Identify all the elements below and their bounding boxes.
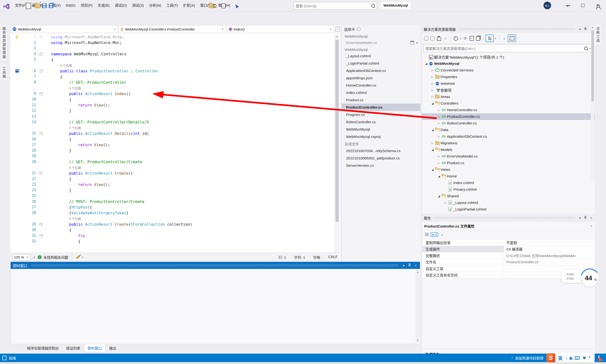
tree-expander[interactable]: ◢ bbox=[437, 195, 441, 198]
code-line[interactable]: 9public ActionResult Index() bbox=[10, 91, 334, 96]
tab-toolbox[interactable]: 工具箱 bbox=[1, 64, 7, 81]
docwell-item[interactable]: ErrorViewModel.cs× bbox=[342, 39, 420, 46]
close-icon[interactable]: × bbox=[589, 216, 593, 220]
code-line[interactable]: 6public class ProductController : Contro… bbox=[10, 68, 334, 74]
property-row[interactable]: 文件名ProductController.cs bbox=[422, 259, 594, 266]
menu-item-6[interactable]: 调试(D) bbox=[112, 0, 130, 11]
background-tasks-icon[interactable] bbox=[2, 356, 6, 360]
tree-expander[interactable]: ◢ bbox=[431, 129, 435, 131]
docwell-item[interactable]: Index.cshtml bbox=[342, 89, 420, 96]
collapse-region-icon[interactable] bbox=[40, 92, 43, 95]
tree-expander[interactable]: ◢ bbox=[424, 62, 428, 65]
notifications-button[interactable]: 2 bbox=[598, 356, 599, 360]
property-row[interactable]: 完整路径D:\C#学习\Web 应用\WebMvcMysql\WebMv bbox=[422, 252, 594, 259]
close-icon[interactable]: × bbox=[416, 41, 418, 45]
pin-icon[interactable] bbox=[583, 27, 588, 31]
sort-alphabetical-button[interactable]: A↓Z bbox=[431, 232, 438, 238]
panel-grip[interactable] bbox=[31, 264, 398, 267]
codelens-row[interactable]: 0 个引用 bbox=[10, 63, 334, 68]
tree-expander[interactable]: ▷ bbox=[431, 82, 435, 85]
docwell-item[interactable]: ApplicationDbContext.cs bbox=[342, 67, 420, 74]
immediate-window-header[interactable]: 即时窗口 ▾ × bbox=[11, 262, 420, 269]
property-row[interactable]: 复制到输出目录不复制 bbox=[422, 239, 594, 246]
code-line[interactable]: 32{ bbox=[10, 238, 334, 244]
inheritance-margin-icon[interactable] bbox=[15, 69, 19, 73]
tree-expander[interactable]: ▷ bbox=[431, 76, 435, 78]
docwell-item[interactable]: Program.cs bbox=[342, 111, 420, 118]
collapse-region-icon[interactable] bbox=[40, 69, 43, 73]
whitespace-indicator[interactable]: 空格 bbox=[313, 255, 320, 260]
code-line[interactable]: 14// GET: ProductController/Details/5 bbox=[10, 119, 334, 125]
docwell-item[interactable]: ServerVersion.cs bbox=[342, 162, 420, 169]
menu-item-7[interactable]: 测试(S) bbox=[130, 0, 147, 11]
se-refresh-button[interactable]: ⟳ bbox=[462, 35, 468, 41]
code-line[interactable]: 19 bbox=[10, 153, 334, 159]
code-cleanup-dropdown[interactable]: ▾ bbox=[82, 256, 83, 259]
line-ending-indicator[interactable]: CRLF bbox=[328, 255, 337, 260]
docwell-item[interactable]: 20221010085302_addproduct.cs bbox=[342, 155, 420, 162]
tree-item[interactable]: ▷Areas bbox=[422, 93, 595, 100]
collapse-region-icon[interactable] bbox=[40, 234, 43, 237]
keyboard-icon[interactable] bbox=[575, 356, 580, 360]
tree-expander[interactable]: ▷ bbox=[437, 155, 441, 158]
codelens-row[interactable]: 3 个引用 bbox=[10, 85, 334, 91]
panel-grip[interactable] bbox=[459, 28, 575, 30]
code-line[interactable]: 8// GET: ProductController bbox=[10, 79, 334, 85]
code-line[interactable]: 15public ActionResult Details(int id) bbox=[10, 130, 334, 136]
collapse-region-icon[interactable] bbox=[40, 172, 43, 175]
code-line[interactable]: 31try bbox=[10, 233, 334, 238]
intellisense-icon[interactable]: ᛟ bbox=[33, 255, 35, 259]
bottom-tab-即时窗口[interactable]: 即时窗口 bbox=[84, 344, 105, 352]
property-row[interactable]: 生成操作C# 编译器 bbox=[422, 246, 594, 253]
code-line[interactable]: 10{ bbox=[10, 96, 334, 102]
tree-item[interactable]: ◢WebMvcMysql bbox=[422, 60, 595, 67]
scrollbar-thumb[interactable] bbox=[336, 40, 339, 222]
code-line[interactable]: 22{ bbox=[10, 176, 334, 182]
docwell-item[interactable]: 2022101007034...ntitySchema.cs bbox=[342, 147, 420, 155]
gear-icon[interactable] bbox=[357, 27, 361, 31]
pin-icon[interactable] bbox=[407, 263, 412, 268]
panel-menu-button[interactable]: ▾ bbox=[578, 216, 582, 220]
code-area[interactable]: 1using Microsoft.AspNetCore.Http;2using … bbox=[10, 34, 334, 253]
scrollbar-thumb[interactable] bbox=[591, 30, 594, 101]
new-project-button[interactable] bbox=[25, 2, 31, 10]
code-line[interactable]: 7{ bbox=[10, 74, 334, 79]
code-line[interactable]: 4namespace WebMvcMysql.Controllers bbox=[10, 51, 334, 57]
bottom-tab-输出[interactable]: 输出 bbox=[106, 344, 120, 352]
tree-item[interactable]: ▷Migrations bbox=[422, 140, 595, 146]
code-line[interactable]: 17return View(); bbox=[10, 142, 334, 148]
se-home-button[interactable] bbox=[436, 35, 442, 41]
codelens-row[interactable]: 0 个引用 bbox=[10, 216, 334, 221]
menu-item-3[interactable]: Git(G) bbox=[63, 0, 78, 11]
tree-expander[interactable]: ▷ bbox=[437, 122, 441, 125]
tree-item[interactable]: ▷依赖项 bbox=[422, 87, 595, 93]
split-editor-handle[interactable] bbox=[335, 26, 340, 32]
tree-item[interactable]: ▷C#Product.cs bbox=[422, 160, 595, 166]
tree-item[interactable]: ▷C#HomeController.cs bbox=[422, 107, 595, 113]
microphone-icon[interactable] bbox=[570, 357, 572, 359]
property-pages-button[interactable]: ⌐ bbox=[439, 232, 445, 238]
tree-item[interactable]: @Index.cshtml bbox=[422, 180, 595, 186]
breadcrumb-member-combo[interactable]: Index() ▾ bbox=[227, 25, 334, 33]
code-line[interactable]: 12} bbox=[10, 108, 334, 114]
code-line[interactable]: 3 bbox=[10, 45, 334, 51]
property-value[interactable]: D:\C#学习\Web 应用\WebMvcMysql\WebMv bbox=[504, 252, 594, 259]
code-line[interactable]: 26// POST: ProductController/Create bbox=[10, 199, 334, 204]
ime-toolbox-icon[interactable] bbox=[589, 356, 592, 359]
code-line[interactable]: 2using Microsoft.AspNetCore.Mvc; bbox=[10, 40, 334, 45]
se-collapse-all-button[interactable] bbox=[469, 35, 475, 41]
lightbulb-icon[interactable] bbox=[15, 35, 19, 39]
tree-item[interactable]: ◢Data bbox=[422, 127, 595, 133]
code-line[interactable]: 18} bbox=[10, 148, 334, 153]
property-value[interactable]: C# 编译器 bbox=[504, 246, 594, 252]
docwell-item[interactable]: WebMvcMysql.csproj bbox=[342, 133, 420, 140]
docwell-item[interactable]: appsettings.json bbox=[342, 74, 420, 82]
tree-expander[interactable]: ◢ bbox=[431, 148, 435, 151]
code-line[interactable]: 24} bbox=[10, 187, 334, 193]
code-line[interactable]: 29public ActionResult Create(IFormCollec… bbox=[10, 221, 334, 227]
se-show-all-files-button[interactable]: ⌐ bbox=[501, 35, 507, 41]
breadcrumb-project-combo[interactable]: WebMvcMysql ▾ bbox=[10, 25, 118, 33]
se-switch-views-button[interactable]: ◇ bbox=[443, 35, 448, 41]
se-properties-button[interactable] bbox=[475, 35, 481, 41]
code-line[interactable]: 20// GET: ProductController/Create bbox=[10, 159, 334, 165]
